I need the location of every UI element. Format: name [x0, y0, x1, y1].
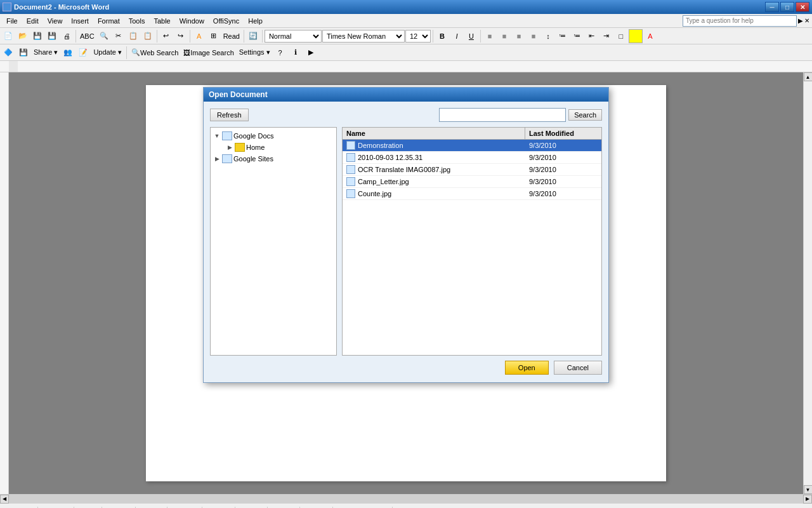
web-search-label: Web Search	[140, 49, 178, 57]
menu-view[interactable]: View	[44, 16, 67, 26]
title-bar-left: Document2 - Microsoft Word	[3, 3, 109, 11]
dialog-search-input[interactable]	[439, 108, 566, 122]
tree-item-google-docs[interactable]: ▼ Google Docs	[213, 130, 334, 142]
file-row-name-0: Demonstration	[343, 140, 525, 151]
dialog-search-button[interactable]: Search	[568, 109, 602, 121]
info-button[interactable]: ℹ	[289, 46, 303, 60]
web-search-button[interactable]: 🔍 Web Search	[129, 46, 180, 60]
menu-table[interactable]: Table	[150, 16, 174, 26]
share-button[interactable]: Share ▾	[32, 46, 60, 60]
open-button[interactable]: Open	[505, 361, 549, 375]
bottom-scrollbar: ◀ ▶	[0, 494, 812, 503]
ruler	[0, 61, 812, 72]
menu-tools[interactable]: Tools	[125, 16, 149, 26]
paste-button[interactable]: 📋	[141, 29, 155, 43]
font-select[interactable]: Times New Roman	[322, 30, 405, 43]
sep1	[75, 30, 76, 43]
style-select[interactable]: Normal	[265, 30, 322, 43]
font-size-select[interactable]: 12	[405, 30, 431, 43]
horizontal-scroll-track[interactable]	[9, 495, 803, 504]
ruler-content	[9, 61, 812, 72]
close-button[interactable]: ✕	[796, 2, 809, 12]
save-button[interactable]: 💾	[30, 29, 44, 43]
highlight-button[interactable]: A	[192, 29, 206, 43]
menu-format[interactable]: Format	[94, 16, 124, 26]
tree-item-home[interactable]: ▶ Home	[226, 142, 334, 153]
image-search-button[interactable]: 🖼 Image Search	[181, 46, 235, 60]
offisync-icon[interactable]: 🔷	[1, 46, 15, 60]
dialog-search-area: Search	[439, 108, 602, 122]
font-color-button[interactable]: A	[643, 29, 657, 43]
file-panel[interactable]: Name Last Modified Demonstration 9/3/201…	[342, 127, 602, 356]
update-label: Update ▾	[93, 48, 122, 57]
title-bar: Document2 - Microsoft Word ─ □ ✕	[0, 0, 812, 14]
spell-check-button[interactable]: ABC	[78, 29, 96, 43]
italic-button[interactable]: I	[450, 29, 464, 43]
insert-table-button[interactable]: ⊞	[207, 29, 221, 43]
docs-icon[interactable]: 📝	[76, 46, 90, 60]
toolbar-2: 🔷 💾 Share ▾ 👥 📝 Update ▾ 🔍 Web Search 🖼 …	[0, 44, 812, 61]
numbering-button[interactable]: ≔	[570, 29, 584, 43]
expand-icon-google-sites: ▶	[213, 155, 221, 163]
file-row-1[interactable]: 2010-09-03 12.35.31 9/3/2010	[343, 152, 601, 164]
dialog-buttons: Open Cancel	[210, 356, 602, 376]
file-row-3[interactable]: Camp_Letter.jpg 9/3/2010	[343, 176, 601, 188]
help-close-icon[interactable]: ✕	[804, 17, 809, 24]
undo-button[interactable]: ↩	[159, 29, 173, 43]
menu-help[interactable]: Help	[244, 16, 266, 26]
new-button[interactable]: 📄	[1, 29, 15, 43]
scroll-up-button[interactable]: ▲	[804, 72, 813, 81]
tree-item-google-sites[interactable]: ▶ Google Sites	[213, 153, 334, 164]
minimize-button[interactable]: ─	[765, 2, 779, 12]
file-row-0[interactable]: Demonstration 9/3/2010	[343, 140, 601, 152]
settings-button[interactable]: Settings ▾	[237, 46, 272, 60]
align-right-button[interactable]: ≡	[512, 29, 526, 43]
cancel-button[interactable]: Cancel	[554, 361, 602, 375]
scroll-down-button[interactable]: ▼	[804, 485, 813, 494]
sync-button[interactable]: 🔄	[246, 29, 260, 43]
image-search-label: Image Search	[190, 49, 233, 57]
open-button[interactable]: 📂	[16, 29, 30, 43]
app-icon	[3, 3, 11, 11]
collab-icon[interactable]: 👥	[61, 46, 75, 60]
tree-sub-google-docs: ▶ Home	[213, 142, 334, 153]
line-spacing-button[interactable]: ↕	[541, 29, 555, 43]
menu-offisync[interactable]: OffiSync	[209, 16, 243, 26]
highlight2-button[interactable]: A	[629, 29, 643, 43]
help2-button[interactable]: ?	[273, 46, 287, 60]
copy-button[interactable]: 📋	[126, 29, 140, 43]
redo-button[interactable]: ↪	[174, 29, 188, 43]
align-center-button[interactable]: ≡	[497, 29, 511, 43]
cut-button[interactable]: ✂	[112, 29, 126, 43]
help-input[interactable]	[683, 15, 797, 27]
bold-button[interactable]: B	[435, 29, 449, 43]
scroll-right-button[interactable]: ▶	[803, 495, 812, 504]
sep4	[244, 30, 244, 43]
menu-file[interactable]: File	[3, 16, 22, 26]
file-row-4[interactable]: Counte.jpg 9/3/2010	[343, 188, 601, 200]
read-button[interactable]: Read	[221, 29, 242, 43]
print-button[interactable]: 🖨	[60, 29, 74, 43]
update-button[interactable]: Update ▾	[91, 46, 124, 60]
menu-edit[interactable]: Edit	[23, 16, 43, 26]
file-row-2[interactable]: OCR Translate IMAG0087.jpg 9/3/2010	[343, 164, 601, 176]
file-row-name-1: 2010-09-03 12.35.31	[343, 152, 525, 163]
border-button[interactable]: □	[614, 29, 628, 43]
save-all-button[interactable]: 💾	[45, 29, 59, 43]
research-button[interactable]: 🔍	[97, 29, 111, 43]
tree-panel[interactable]: ▼ Google Docs ▶ Home ▶ Go	[210, 127, 337, 356]
bullets-button[interactable]: ≔	[556, 29, 570, 43]
toolbar2-extra[interactable]: ▶	[304, 46, 318, 60]
menu-insert[interactable]: Insert	[67, 16, 93, 26]
file-row-name-2: OCR Translate IMAG0087.jpg	[343, 164, 525, 175]
align-left-button[interactable]: ≡	[483, 29, 497, 43]
underline-button[interactable]: U	[464, 29, 478, 43]
offisync-drive-icon[interactable]: 💾	[16, 46, 30, 60]
increase-indent-button[interactable]: ⇥	[599, 29, 613, 43]
refresh-button[interactable]: Refresh	[210, 109, 249, 121]
maximize-button[interactable]: □	[780, 2, 794, 12]
menu-window[interactable]: Window	[176, 16, 208, 26]
scroll-left-button[interactable]: ◀	[0, 495, 9, 504]
decrease-indent-button[interactable]: ⇤	[585, 29, 599, 43]
justify-button[interactable]: ≡	[527, 29, 540, 43]
